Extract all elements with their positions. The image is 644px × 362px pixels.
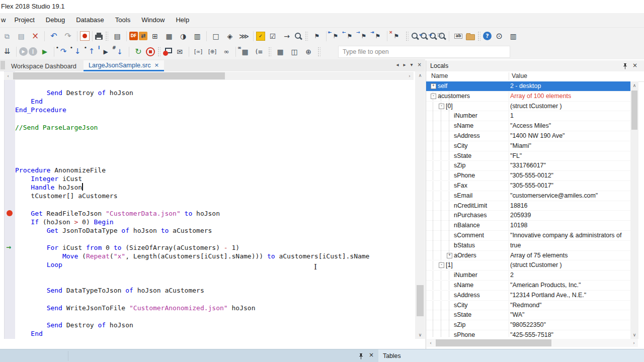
locals-row[interactable]: sCity"Redmond" — [426, 301, 630, 311]
locals-row[interactable]: -acustomersArray of 100 elements — [426, 92, 630, 102]
replace-icon[interactable]: ab — [452, 30, 465, 43]
locals-grid-icon[interactable]: ▦∞ — [238, 45, 252, 58]
undo-icon[interactable]: ↶ — [47, 30, 60, 43]
panel-layout-icon[interactable]: ▥ — [507, 30, 520, 43]
locals-row[interactable]: sComment"Innovative company & administra… — [426, 231, 630, 241]
locals-row[interactable]: bStatustrue — [426, 241, 630, 251]
column-value[interactable]: Value — [512, 72, 527, 79]
editor-horizontal-scrollbar[interactable]: ‹ › — [0, 71, 415, 80]
next-bookmark-icon[interactable]: ⚑→ — [357, 30, 370, 43]
call-stack-icon[interactable]: (≡ — [253, 45, 266, 58]
scroll-left-icon[interactable]: ‹ — [427, 339, 435, 347]
scrollbar-thumb[interactable] — [436, 339, 551, 346]
locals-vertical-scrollbar[interactable]: ∧ ∨ — [630, 81, 638, 339]
locals-tree[interactable]: +self2 - desktop-acustomersArray of 100 … — [426, 81, 630, 339]
locals-row[interactable]: sAddress"1400 NW 190 Ave" — [426, 131, 630, 141]
locals-row[interactable]: sState"WA" — [426, 310, 630, 320]
tab-nav-back-icon[interactable]: ◂ — [395, 61, 400, 68]
code-editor[interactable]: → Showln ("Customer in file: " + MemberC… — [0, 71, 425, 349]
collapse-icon[interactable]: - — [431, 94, 436, 99]
find-table-icon[interactable]: ▥ — [191, 30, 204, 43]
scrollbar-thumb[interactable] — [13, 72, 225, 79]
locals-row[interactable]: sName"Access Miles" — [426, 121, 630, 131]
paste-icon[interactable]: ▤ — [15, 30, 28, 43]
breakpoint-marker[interactable] — [7, 210, 13, 216]
watch-expression-icon[interactable]: [∞] — [192, 45, 205, 58]
locals-row[interactable]: nBalance10198 — [426, 221, 630, 231]
collapse-icon[interactable]: - — [439, 262, 444, 268]
locals-row[interactable]: sName"American Products, Inc." — [426, 281, 630, 291]
locals-row[interactable]: +self2 - desktop — [426, 81, 630, 92]
database-explorer-icon[interactable]: ◫ — [288, 45, 301, 58]
locals-row[interactable]: sCity"Miami" — [426, 141, 630, 151]
search-previous-icon[interactable]: ← — [420, 32, 428, 40]
compiler-warnings-icon[interactable]: ✓ — [256, 32, 265, 41]
locals-row[interactable]: sZip"980522350" — [426, 320, 630, 330]
quick-watch-icon[interactable]: ∞ — [220, 45, 233, 58]
replace-in-files-icon[interactable] — [466, 34, 475, 40]
locals-row[interactable]: sZip"331766017" — [426, 161, 630, 171]
tab-nav-close-icon[interactable]: × — [417, 61, 423, 68]
editor-vertical-scrollbar[interactable]: ∧ ∨ — [415, 71, 425, 339]
pin-icon[interactable] — [622, 62, 628, 71]
locals-row[interactable]: -[1](struct tCustomer ) — [426, 260, 630, 270]
tab-largejsonsample-src[interactable]: LargeJsonSample.src× — [84, 60, 164, 71]
locals-row[interactable]: -[0](struct tCustomer ) — [426, 102, 630, 112]
send-report-icon[interactable]: ✉ — [173, 45, 186, 58]
delete-icon[interactable]: × — [29, 30, 42, 43]
breakpoint-icon[interactable] — [163, 48, 172, 56]
expand-icon[interactable]: + — [447, 253, 452, 258]
web-user-icon[interactable]: ⊕ — [302, 45, 315, 58]
menu-database[interactable]: Database — [70, 13, 110, 27]
clear-bookmarks-icon[interactable]: ⚑× — [390, 30, 403, 43]
compile-icon[interactable]: ◈ — [223, 30, 236, 43]
close-icon[interactable]: × — [369, 351, 374, 358]
step-into-icon[interactable]: ↓• — [71, 45, 84, 58]
tab-close-icon[interactable]: × — [154, 62, 159, 68]
preview-icon[interactable] — [294, 32, 302, 40]
tab-nav-list-icon[interactable]: ▾ — [410, 61, 414, 68]
menu-project[interactable]: Project — [9, 13, 40, 27]
table-data-icon[interactable]: ▦ — [274, 45, 287, 58]
locals-row[interactable]: sFax"305-555-0017" — [426, 181, 630, 191]
menu-tools[interactable]: Tools — [110, 13, 136, 27]
set-next-statement-icon[interactable]: ↓# — [113, 45, 126, 58]
record-macro-icon[interactable] — [80, 31, 90, 41]
column-divider[interactable] — [509, 72, 509, 80]
tab-tables[interactable]: Tables — [378, 349, 644, 362]
locals-row[interactable]: sState"FL" — [426, 151, 630, 161]
locals-row[interactable]: +aOrdersArray of 75 elements — [426, 251, 630, 261]
scrollbar-thumb[interactable] — [631, 90, 637, 130]
stop-debug-icon[interactable] — [146, 47, 155, 56]
scroll-down-icon[interactable]: ∨ — [630, 331, 638, 339]
locals-row[interactable]: sAddress"12314 Portland Ave., N.E." — [426, 291, 630, 301]
copy-icon[interactable]: ⧉ — [1, 30, 14, 43]
run-program-icon[interactable]: → — [280, 30, 293, 43]
run-icon[interactable]: ▶ — [38, 45, 51, 58]
scroll-up-icon[interactable]: ∧ — [630, 81, 638, 89]
editor-gutter[interactable]: → — [5, 71, 15, 339]
first-bookmark-icon[interactable]: ⚑⇤ — [329, 30, 342, 43]
scroll-right-icon[interactable]: › — [406, 72, 414, 80]
dataflex-studio-icon[interactable]: DF — [129, 32, 138, 40]
locals-row[interactable]: nCreditLimit18816 — [426, 201, 630, 211]
locals-row[interactable]: nPurchases205939 — [426, 211, 630, 221]
print-icon[interactable] — [95, 35, 103, 40]
find-in-files-icon[interactable]: □ — [438, 32, 446, 40]
workspace-icon[interactable]: ⇄ — [139, 32, 147, 40]
expand-icon[interactable]: + — [431, 83, 436, 89]
code-area[interactable]: Showln ("Customer in file: " + MemberCou… — [15, 71, 415, 339]
search-next-icon[interactable]: → — [429, 32, 437, 40]
start-debug-icon[interactable]: ▶ — [19, 47, 28, 56]
locals-row[interactable]: iNumber1 — [426, 111, 630, 121]
locals-row[interactable]: sPhone"425-555-7518" — [426, 330, 630, 339]
scroll-down-icon[interactable]: ∨ — [416, 331, 424, 339]
close-icon[interactable]: × — [632, 62, 637, 69]
scroll-left-icon[interactable]: ‹ — [4, 72, 12, 80]
toggle-bookmark-icon[interactable]: ⚑ — [310, 30, 324, 43]
restart-icon[interactable]: ↻ — [132, 45, 145, 58]
redo-icon[interactable]: ↷ — [61, 30, 74, 43]
tab-nav-forward-icon[interactable]: ▸ — [403, 61, 407, 68]
previous-bookmark-icon[interactable]: ⚑← — [343, 30, 356, 43]
locals-column-header[interactable]: Name Value — [426, 71, 644, 82]
